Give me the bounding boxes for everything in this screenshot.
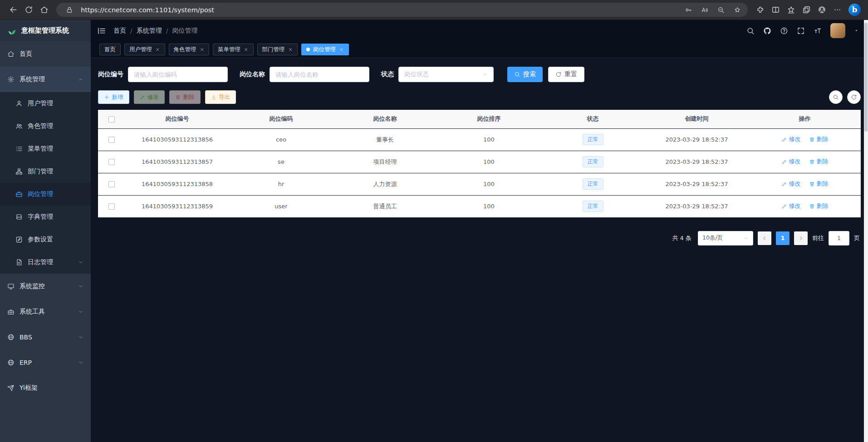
submenu-item-1[interactable]: 角色管理 — [0, 115, 91, 138]
status-badge: 正常 — [583, 201, 603, 212]
breadcrumb: 首页/系统管理/岗位管理 — [113, 27, 197, 35]
fullscreen-icon[interactable] — [797, 27, 805, 35]
add-button[interactable]: 新增 — [98, 90, 129, 104]
tab-3[interactable]: 菜单管理 — [213, 44, 254, 55]
toggle-search-button[interactable] — [829, 90, 843, 104]
breadcrumb-item[interactable]: 系统管理 — [137, 27, 162, 35]
edit-link[interactable]: 修改 — [781, 135, 801, 143]
sidebar-item-6[interactable]: Yi框架 — [0, 375, 91, 401]
url-text[interactable]: https://ccnetcore.com:1101/system/post — [81, 6, 679, 14]
header-search-icon[interactable] — [746, 27, 755, 35]
favorite-add-icon[interactable] — [731, 4, 744, 16]
search-button[interactable]: 搜索 — [507, 67, 543, 82]
submenu-item-5[interactable]: 字典管理 — [0, 206, 91, 228]
profile-icon[interactable] — [814, 2, 829, 18]
scrollbar-thumb[interactable] — [864, 23, 868, 132]
select-all-checkbox[interactable] — [108, 116, 115, 123]
status-select[interactable]: 岗位状态 — [398, 67, 494, 82]
edit-icon — [140, 94, 146, 100]
edit-icon — [781, 181, 787, 187]
post-name-cell: 董事长 — [333, 128, 437, 151]
back-icon[interactable] — [5, 2, 21, 18]
edit-link[interactable]: 修改 — [781, 180, 801, 188]
sidebar-item-2[interactable]: 系统监控 — [0, 274, 91, 299]
settings-more-icon[interactable] — [829, 2, 845, 18]
close-icon[interactable] — [288, 47, 293, 52]
content: 岗位编号 岗位名称 状态 岗位状态 搜索 重置 — [91, 58, 868, 442]
export-button[interactable]: 导出 — [205, 90, 236, 104]
reset-button[interactable]: 重置 — [548, 67, 584, 82]
page-scrollbar[interactable] — [864, 20, 868, 442]
home-icon[interactable] — [36, 2, 52, 18]
post-sort-cell: 100 — [437, 128, 541, 151]
create-time-cell: 2023-03-29 18:52:37 — [645, 151, 749, 173]
tab-0[interactable]: 首页 — [99, 44, 121, 55]
tab-4[interactable]: 部门管理 — [257, 44, 298, 55]
zoom-icon[interactable] — [714, 4, 728, 16]
submenu-item-4[interactable]: 岗位管理 — [0, 183, 91, 206]
password-key-icon[interactable] — [682, 4, 695, 16]
page-number-button[interactable]: 1 — [776, 231, 790, 245]
read-aloud-icon[interactable] — [698, 4, 711, 16]
close-icon[interactable] — [244, 47, 249, 52]
globe-icon — [7, 359, 15, 366]
post-sort-cell: 100 — [437, 151, 541, 173]
delete-link[interactable]: 删除 — [809, 135, 829, 143]
pagination: 共 4 条 10条/页 1 前往 页 — [98, 231, 861, 246]
submenu-item-6[interactable]: 参数设置 — [0, 228, 91, 251]
page-unit-label: 页 — [854, 234, 860, 242]
submenu-item-2[interactable]: 菜单管理 — [0, 138, 91, 160]
row-checkbox[interactable] — [108, 137, 115, 143]
avatar[interactable] — [830, 23, 845, 38]
breadcrumb-separator: / — [166, 27, 168, 34]
delete-link[interactable]: 删除 — [809, 180, 829, 188]
tab-2[interactable]: 角色管理 — [169, 44, 210, 55]
delete-link[interactable]: 删除 — [809, 202, 829, 210]
favorites-icon[interactable] — [783, 2, 799, 18]
sidebar-item-3[interactable]: 系统工具 — [0, 299, 91, 324]
collections-icon[interactable] — [799, 2, 814, 18]
submenu-item-3[interactable]: 部门管理 — [0, 160, 91, 183]
site-info-lock-icon[interactable] — [63, 4, 76, 16]
caret-down-icon[interactable] — [854, 28, 859, 33]
font-size-icon[interactable] — [814, 27, 822, 35]
next-page-button[interactable] — [794, 231, 808, 245]
menu-item-label: 菜单管理 — [28, 145, 53, 153]
split-screen-icon[interactable] — [768, 2, 783, 18]
reset-button-label: 重置 — [564, 70, 577, 79]
breadcrumb-item[interactable]: 首页 — [113, 27, 126, 35]
sidebar-toggle-icon[interactable] — [97, 26, 106, 35]
delete-link[interactable]: 删除 — [809, 157, 829, 166]
row-checkbox[interactable] — [108, 159, 115, 165]
address-bar[interactable]: https://ccnetcore.com:1101/system/post — [56, 3, 748, 17]
help-icon[interactable] — [780, 27, 788, 35]
sidebar-item-4[interactable]: BBS — [0, 324, 91, 350]
goto-page-input[interactable] — [829, 231, 849, 246]
submenu-item-7[interactable]: 日志管理 — [0, 251, 91, 274]
submenu-item-0[interactable]: 用户管理 — [0, 92, 91, 115]
page-size-select[interactable]: 10条/页 — [698, 231, 753, 246]
close-icon[interactable] — [339, 47, 344, 52]
refresh-table-button[interactable] — [847, 90, 861, 104]
extensions-icon[interactable] — [752, 2, 768, 18]
close-icon[interactable] — [155, 47, 160, 52]
edit-link[interactable]: 修改 — [781, 202, 801, 210]
refresh-icon[interactable] — [21, 2, 36, 18]
edit-link[interactable]: 修改 — [781, 157, 801, 166]
tab-1[interactable]: 用户管理 — [124, 44, 165, 55]
menu-item-label: 用户管理 — [28, 99, 53, 108]
row-checkbox[interactable] — [108, 203, 115, 210]
post-name-input[interactable] — [270, 67, 369, 82]
sidebar-item-0[interactable]: 首页 — [0, 41, 91, 67]
sidebar-item-5[interactable]: ERP — [0, 350, 91, 375]
row-checkbox[interactable] — [108, 181, 115, 187]
close-icon[interactable] — [200, 47, 205, 52]
github-icon[interactable] — [763, 27, 771, 35]
tab-label: 岗位管理 — [313, 46, 336, 54]
sidebar-item-1[interactable]: 系统管理 — [0, 67, 91, 92]
bing-icon[interactable] — [848, 4, 861, 16]
post-code-input[interactable] — [128, 67, 228, 82]
prev-page-button[interactable] — [758, 231, 771, 245]
posts-table: 岗位编号岗位编码岗位名称岗位排序状态创建时间操作 164103059311231… — [98, 110, 861, 218]
tab-5[interactable]: 岗位管理 — [301, 44, 349, 55]
